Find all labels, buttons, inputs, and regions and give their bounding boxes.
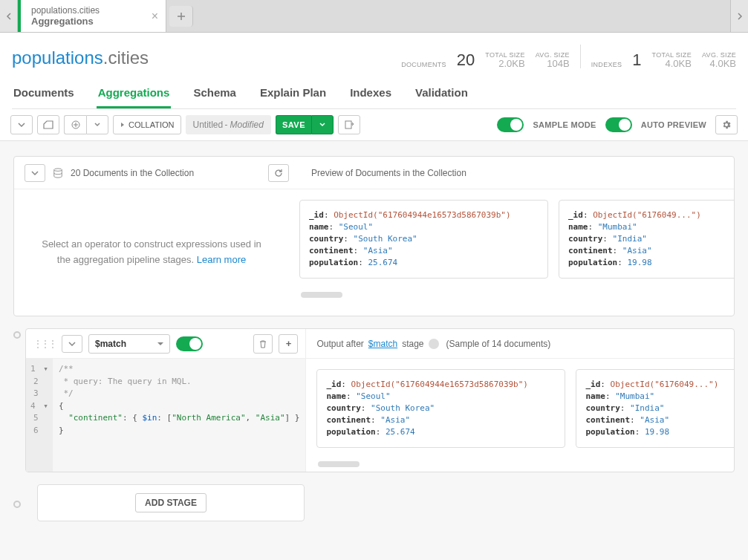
stat-documents: DOCUMENTS — [401, 61, 446, 68]
source-count-text: 20 Documents in the Collection — [71, 168, 194, 178]
open-pipeline-button[interactable] — [37, 115, 59, 134]
document-card: _id: ObjectId("617604944e16573d5867039b"… — [299, 200, 548, 279]
stat-avg-size: AVG. SIZE 104B — [536, 51, 570, 68]
save-group: SAVE — [276, 115, 334, 134]
stage-enabled-toggle[interactable] — [176, 336, 203, 351]
tab-validation[interactable]: Validation — [414, 82, 469, 108]
auto-preview-toggle[interactable] — [605, 117, 632, 132]
drag-handle[interactable]: ⋮⋮⋮ — [33, 339, 56, 349]
tab-explain-plan[interactable]: Explain Plan — [258, 82, 328, 108]
export-button[interactable] — [338, 115, 360, 134]
settings-button[interactable] — [715, 115, 738, 134]
new-pipeline-button[interactable] — [64, 115, 86, 134]
pipeline-name: Untitled- Modified — [186, 115, 271, 134]
stat-idx-total-size: TOTAL SIZE 4.0KB — [652, 51, 692, 68]
document-card: _id: ObjectId("617604944e16573d5867039b"… — [316, 369, 565, 448]
delete-stage-button[interactable] — [253, 334, 273, 354]
stage-rail — [13, 328, 21, 472]
learn-more-link[interactable]: Learn more — [197, 254, 246, 265]
stat-indexes-value: 1 — [632, 52, 641, 68]
horizontal-scrollbar[interactable] — [301, 292, 342, 298]
toggle-sidebar-button[interactable] — [10, 115, 33, 134]
refresh-button[interactable] — [268, 164, 289, 182]
svg-rect-1 — [345, 121, 351, 128]
stage-output-row: _id: ObjectId("617604944e16573d5867039b"… — [306, 359, 735, 472]
add-stage-after-button[interactable]: + — [279, 334, 298, 354]
stage-output-header: Output after $match stage (Sample of 14 … — [306, 329, 735, 359]
add-stage-button[interactable]: ADD STAGE — [135, 493, 206, 512]
horizontal-scrollbar[interactable] — [318, 461, 360, 467]
stat-idx-avg-size: AVG. SIZE 4.0KB — [702, 51, 736, 68]
save-menu-button[interactable] — [311, 115, 334, 134]
close-icon[interactable]: × — [152, 10, 158, 23]
stat-documents-value: 20 — [457, 52, 475, 68]
pipeline-stage: ⋮⋮⋮ $match + 1 ▾ — [25, 328, 735, 472]
stage-operator-select[interactable]: $match — [88, 334, 170, 354]
collection-namespace: populations.cities — [12, 48, 149, 68]
tab-scroll-left[interactable] — [0, 0, 18, 32]
tab-active[interactable]: populations.cities Aggregations × — [18, 0, 166, 32]
trash-icon — [258, 339, 267, 348]
tab-section: Aggregations — [31, 16, 100, 27]
tab-indexes[interactable]: Indexes — [348, 82, 393, 108]
sample-mode-toggle[interactable] — [497, 117, 524, 132]
database-icon — [53, 168, 63, 178]
stat-total-size: TOTAL SIZE 2.0KB — [485, 51, 524, 68]
auto-preview-label: AUTO PREVIEW — [641, 120, 706, 129]
tab-documents[interactable]: Documents — [12, 82, 76, 108]
save-button[interactable]: SAVE — [276, 115, 311, 134]
info-icon[interactable] — [429, 339, 439, 349]
tab-namespace: populations.cities — [31, 5, 100, 16]
preview-label: Preview of Documents in the Collection — [311, 168, 466, 178]
source-preview-row: _id: ObjectId("617604944e16573d5867039b"… — [289, 189, 734, 316]
document-card: _id: ObjectId("6176049...") name: "Mumba… — [576, 369, 735, 448]
tab-aggregations[interactable]: Aggregations — [97, 82, 172, 108]
stage-editor[interactable]: 1 ▾ 2 3 4 ▾ 5 6 /** * query: The query i… — [26, 359, 305, 472]
pipeline-hint: Select an operator to construct expressi… — [14, 189, 289, 316]
svg-point-2 — [54, 168, 62, 171]
gear-icon — [721, 120, 732, 130]
collation-button[interactable]: COLLATION — [113, 115, 181, 134]
collapse-stage-button[interactable] — [62, 335, 82, 353]
new-pipeline-menu[interactable] — [86, 115, 108, 134]
sample-mode-label: SAMPLE MODE — [533, 120, 596, 129]
new-tab-button[interactable] — [169, 6, 193, 27]
tab-scroll-right[interactable] — [730, 0, 748, 32]
stage-operator-link[interactable]: $match — [368, 339, 397, 349]
source-documents-card: 20 Documents in the Collection Preview o… — [13, 156, 735, 316]
stat-indexes: INDEXES — [591, 61, 622, 68]
collapse-source-button[interactable] — [25, 164, 45, 182]
new-pipeline-group — [64, 115, 108, 134]
stage-rail — [13, 498, 21, 508]
document-card: _id: ObjectId("6176049...") name: "Mumba… — [559, 200, 734, 279]
tab-schema[interactable]: Schema — [192, 82, 238, 108]
add-stage-panel: ADD STAGE — [37, 484, 305, 521]
